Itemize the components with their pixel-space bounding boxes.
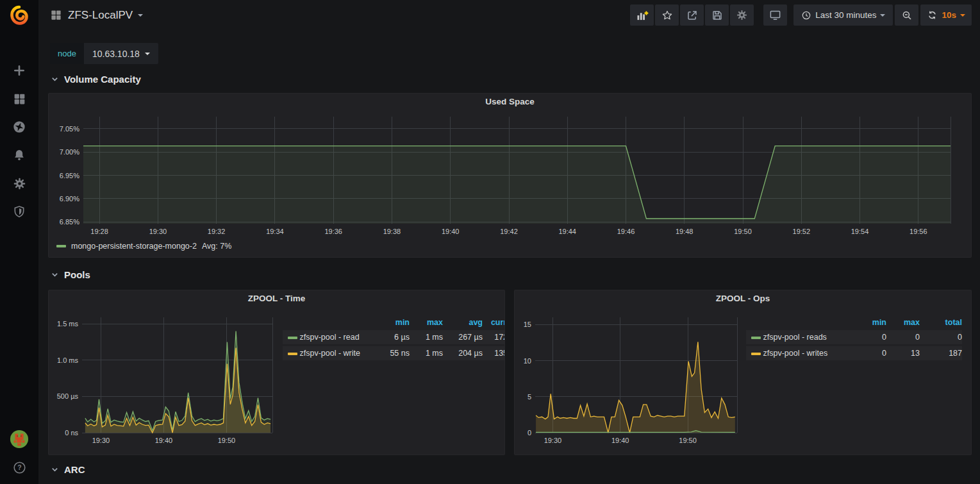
legend-header-min[interactable]: min	[851, 317, 886, 328]
panel-zpool-time: ZPOOL - Time 1.5 ms1.0 ms500 µs0 ns19:30…	[48, 290, 505, 455]
time-range-label: Last 30 minutes	[815, 10, 876, 20]
zpool-time-chart[interactable]: 1.5 ms1.0 ms500 µs0 ns19:3019:4019:50	[54, 312, 275, 449]
legend-current: 172 µs	[483, 330, 504, 344]
chevron-down-icon	[51, 76, 58, 83]
zpool-ops-chart[interactable]: 15105019:3019:4019:50	[520, 312, 741, 449]
dashboard-title: ZFS-LocalPV	[68, 9, 133, 22]
legend-series-name: zfspv-pool - reads	[763, 333, 826, 342]
panel-settings-gear-button[interactable]	[730, 4, 754, 26]
legend-header-max[interactable]: max	[886, 317, 920, 328]
legend-min: 0	[851, 346, 886, 360]
panel-zpool-ops: ZPOOL - Ops 15105019:3019:4019:50 min ma…	[514, 290, 972, 455]
legend-min: 55 ns	[371, 346, 410, 360]
panel-title[interactable]: ZPOOL - Time	[49, 294, 504, 303]
legend-header-min[interactable]: min	[371, 317, 410, 328]
zoom-out-button[interactable]	[895, 4, 918, 26]
grafana-logo[interactable]	[0, 0, 38, 31]
legend-header-total[interactable]: total	[920, 317, 962, 328]
legend-max: 1 ms	[410, 330, 443, 344]
user-avatar[interactable]	[0, 425, 38, 453]
legend-series-name: zfspv-pool - write	[299, 349, 360, 358]
legend-min: 0	[851, 330, 886, 344]
series-swatch	[751, 337, 761, 339]
legend-series-name: zfspv-pool - read	[299, 333, 359, 342]
sidebar: ?	[0, 0, 38, 484]
series-swatch	[288, 337, 297, 339]
server-admin-shield-icon[interactable]	[0, 197, 38, 226]
panel-title[interactable]: Used Space	[49, 97, 971, 106]
refresh-picker[interactable]: 10s	[920, 4, 972, 26]
top-nav: ZFS-LocalPV	[38, 0, 980, 30]
chevron-down-icon	[51, 466, 58, 473]
legend-max: 0	[886, 330, 920, 344]
row-label: ARC	[64, 464, 85, 475]
zpool-ops-legend: min max total zfspv-pool - reads 0 0 0 z…	[746, 315, 962, 385]
dashboard-title-dropdown[interactable]: ZFS-LocalPV	[68, 9, 143, 22]
time-range-picker[interactable]: Last 30 minutes	[793, 4, 893, 26]
help-icon[interactable]: ?	[0, 453, 38, 481]
row-pools[interactable]: Pools	[51, 269, 90, 280]
series-swatch	[751, 353, 761, 355]
row-volume-capacity[interactable]: Volume Capacity	[51, 74, 141, 85]
variable-node-dropdown[interactable]: 10.63.10.18	[84, 43, 158, 64]
plus-icon[interactable]	[0, 56, 38, 85]
used-space-chart[interactable]: 7.05%7.00%6.95%6.90%6.85%19:2819:3019:32…	[54, 113, 966, 238]
variable-node-value: 10.63.10.18	[92, 49, 140, 59]
alerting-bell-icon[interactable]	[0, 141, 38, 169]
panel-title[interactable]: ZPOOL - Ops	[515, 294, 971, 303]
used-space-legend: mongo-persistent-storage-mongo-2 Avg: 7%	[56, 240, 231, 253]
add-panel-button[interactable]	[630, 4, 654, 26]
dashboards-icon[interactable]	[0, 85, 38, 113]
row-label: Pools	[64, 269, 90, 280]
legend-total: 187	[920, 346, 962, 360]
legend-header-max[interactable]: max	[410, 317, 443, 328]
variable-node: node 10.63.10.18	[50, 43, 158, 64]
legend-series-name: zfspv-pool - writes	[763, 349, 827, 358]
legend-avg-value: Avg: 7%	[202, 242, 231, 251]
svg-text:?: ?	[17, 463, 21, 471]
legend-row-writes: zfspv-pool - writes 0 13 187	[746, 346, 962, 360]
save-button[interactable]	[705, 4, 729, 26]
legend-max: 13	[886, 346, 920, 360]
legend-row-read: zfspv-pool - read 6 µs 1 ms 267 µs 172 µ…	[283, 330, 504, 344]
share-button[interactable]	[680, 4, 704, 26]
series-swatch	[288, 353, 297, 355]
legend-header-avg[interactable]: avg	[443, 317, 483, 328]
variable-node-label: node	[50, 43, 84, 64]
legend-row-write: zfspv-pool - write 55 ns 1 ms 204 µs 135…	[283, 346, 504, 360]
tv-cycle-button[interactable]	[763, 4, 787, 26]
legend-avg: 267 µs	[443, 330, 483, 344]
legend-total: 0	[920, 330, 962, 344]
legend-row-reads: zfspv-pool - reads 0 0 0	[746, 330, 962, 344]
refresh-interval-label: 10s	[942, 10, 956, 20]
clock-icon	[801, 10, 811, 21]
panel-used-space: Used Space 7.05%7.00%6.95%6.90%6.85%19:2…	[48, 93, 972, 258]
chevron-down-icon	[880, 14, 885, 17]
legend-avg: 204 µs	[443, 346, 483, 360]
row-arc[interactable]: ARC	[51, 464, 85, 475]
configuration-gear-icon[interactable]	[0, 169, 38, 197]
explore-compass-icon[interactable]	[0, 113, 38, 141]
star-button[interactable]	[655, 4, 679, 26]
chevron-down-icon	[51, 271, 58, 278]
series-swatch	[56, 245, 66, 247]
legend-max: 1 ms	[410, 346, 443, 360]
dashboard-squares-icon[interactable]	[50, 9, 62, 21]
zpool-time-legend: min max avg current zfspv-pool - read 6 …	[283, 315, 504, 385]
legend-min: 6 µs	[371, 330, 410, 344]
refresh-icon	[927, 10, 938, 21]
chevron-down-icon	[145, 53, 150, 55]
row-label: Volume Capacity	[64, 74, 141, 85]
chevron-down-icon	[960, 14, 965, 17]
chevron-down-icon	[138, 14, 143, 17]
legend-series-name[interactable]: mongo-persistent-storage-mongo-2	[71, 242, 197, 251]
